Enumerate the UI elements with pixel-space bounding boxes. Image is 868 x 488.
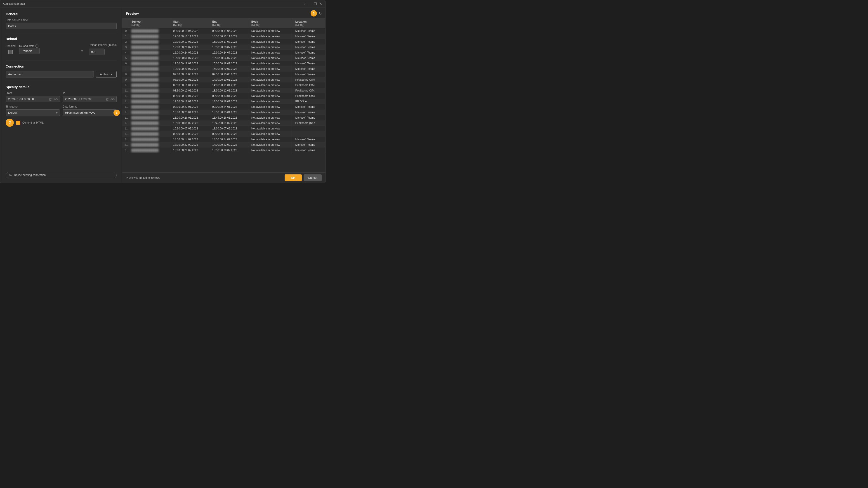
from-to-grid: From 🗑 </> To: [6, 92, 117, 102]
table-row: 5██████████████12:00:00 06.07.202315:30:…: [122, 55, 325, 61]
table-row: 7██████████████12:00:00 20.07.202315:30:…: [122, 66, 325, 72]
content-html-row: 2 Content as HTML: [6, 119, 117, 127]
timezone-label: Timezone: [6, 105, 60, 108]
left-panel: General Data source name Reload Enabled: [0, 7, 122, 183]
row-subject: ██████████████: [129, 44, 171, 50]
row-start: 13:30:00 14.02.2023: [171, 137, 210, 142]
row-location: Peakboard Offic: [293, 88, 325, 93]
preview-header: Preview 3 ↻: [122, 7, 325, 18]
row-id: 4: [122, 50, 129, 55]
table-row: 1██████████████12:30:00 11.11.202213:30:…: [122, 34, 325, 39]
close-button[interactable]: ✕: [319, 2, 322, 6]
row-location: Microsoft Teams: [293, 148, 325, 153]
reuse-connection-label: Reuse existing connection: [14, 173, 46, 177]
row-location: Peakboard (Nec: [293, 121, 325, 126]
row-location: Microsoft Teams: [293, 66, 325, 72]
connection-input[interactable]: [6, 71, 94, 77]
row-id: 17: [122, 121, 129, 126]
row-start: 13:00:00 01.02.2023: [171, 121, 210, 126]
row-end: 13:45:00 26.01.2023: [210, 115, 249, 121]
row-location: Microsoft Teams: [293, 115, 325, 121]
row-location: Microsoft Teams: [293, 61, 325, 66]
footer-text: Preview is limited to 50 rows: [126, 176, 160, 180]
row-body: Not available in preview: [249, 61, 293, 66]
row-end: 18:30:00 07.02.2023: [210, 126, 249, 131]
link-icon: [9, 173, 12, 177]
footer-buttons: OK Cancel: [285, 174, 322, 181]
table-row: 21██████████████13:30:00 22.02.202314:00…: [122, 142, 325, 148]
enabled-toggle[interactable]: [8, 50, 13, 54]
help-button[interactable]: ?: [303, 2, 306, 6]
row-start: 00:00:00 10.01.2023: [171, 93, 210, 99]
row-location: Microsoft Teams: [293, 28, 325, 34]
row-body: Not available in preview: [249, 28, 293, 34]
row-start: 12:00:00 17.07.2023: [171, 39, 210, 44]
content-as-html-checkbox[interactable]: [16, 121, 20, 125]
row-subject: ██████████████: [129, 34, 171, 39]
table-container: Subject(String) Start(String) End(String…: [122, 18, 325, 172]
from-code-icon[interactable]: </>: [53, 98, 58, 101]
table-row: 10██████████████08:30:00 11.01.202314:00…: [122, 83, 325, 88]
col-end: End(String): [210, 18, 249, 28]
preview-footer: Preview is limited to 50 rows OK Cancel: [122, 172, 325, 183]
row-subject: ██████████████: [129, 83, 171, 88]
dateformat-label: Date format: [63, 105, 117, 108]
enabled-group: Enabled: [6, 44, 16, 54]
dateformat-input[interactable]: [63, 109, 117, 116]
general-title: General: [6, 12, 117, 16]
connection-section: Connection Authorize: [6, 64, 117, 77]
connection-row: Authorize: [6, 71, 117, 77]
datasource-name-input[interactable]: [6, 23, 117, 29]
row-end: 15:30:00 06.07.2023: [210, 55, 249, 61]
reload-interval-group: Reload Interval (in sec): [89, 43, 117, 55]
ok-button[interactable]: OK: [285, 174, 302, 181]
row-id: 9: [122, 77, 129, 83]
row-body: Not available in preview: [249, 115, 293, 121]
row-id: 20: [122, 137, 129, 142]
reload-state-info-icon[interactable]: i: [35, 44, 38, 48]
right-panel: Preview 3 ↻ Subject(String) Start(String…: [122, 7, 325, 183]
reuse-connection-button[interactable]: Reuse existing connection: [6, 172, 117, 178]
table-row: 2██████████████12:00:00 17.07.202315:30:…: [122, 39, 325, 44]
to-delete-icon[interactable]: 🗑: [106, 98, 109, 101]
row-end: 13:30:00 12.01.2023: [210, 88, 249, 93]
table-header-row: Subject(String) Start(String) End(String…: [122, 18, 325, 28]
reload-title: Reload: [6, 37, 117, 41]
col-index: [122, 18, 129, 28]
row-start: 13:00:00 26.01.2023: [171, 115, 210, 121]
reload-state-select[interactable]: Periodic On demand Never: [19, 48, 39, 54]
row-id: 10: [122, 83, 129, 88]
row-body: Not available in preview: [249, 131, 293, 137]
minimize-button[interactable]: —: [308, 2, 312, 6]
row-start: 08:30:00 11.01.2023: [171, 83, 210, 88]
to-code-icon[interactable]: </>: [110, 98, 115, 101]
row-end: 13:30:00 25.01.2023: [210, 109, 249, 115]
table-row: 12██████████████00:00:00 10.01.202300:00…: [122, 93, 325, 99]
row-body: Not available in preview: [249, 50, 293, 55]
refresh-button[interactable]: ↻: [319, 11, 322, 15]
from-label: From: [6, 92, 60, 95]
row-end: 15:30:00 24.07.2023: [210, 50, 249, 55]
from-delete-icon[interactable]: 🗑: [49, 98, 52, 101]
authorize-button[interactable]: Authorize: [96, 71, 117, 77]
enabled-label: Enabled: [6, 44, 16, 48]
row-end: 08:30:00 11.04.2022: [210, 28, 249, 34]
row-location: Microsoft Teams: [293, 44, 325, 50]
row-end: 14:30:00 14.02.2023: [210, 137, 249, 142]
preview-title: Preview: [126, 11, 139, 15]
row-subject: ██████████████: [129, 121, 171, 126]
row-start: 00:00:00 23.01.2023: [171, 104, 210, 109]
timezone-select[interactable]: Default UTC Local: [6, 109, 60, 116]
col-location: Location(String): [293, 18, 325, 28]
row-start: 08:00:00 11.04.2022: [171, 28, 210, 34]
row-location: Microsoft Teams: [293, 109, 325, 115]
cancel-button[interactable]: Cancel: [304, 174, 322, 181]
row-id: 8: [122, 72, 129, 77]
row-subject: ██████████████: [129, 104, 171, 109]
preview-controls: 3 ↻: [311, 10, 322, 17]
restore-button[interactable]: ❐: [313, 2, 317, 6]
table-row: 8██████████████09:00:00 10.03.202309:30:…: [122, 72, 325, 77]
reload-interval-input[interactable]: [89, 48, 105, 55]
row-start: 12:00:00 18.01.2023: [171, 99, 210, 104]
content: General Data source name Reload Enabled: [0, 7, 325, 183]
